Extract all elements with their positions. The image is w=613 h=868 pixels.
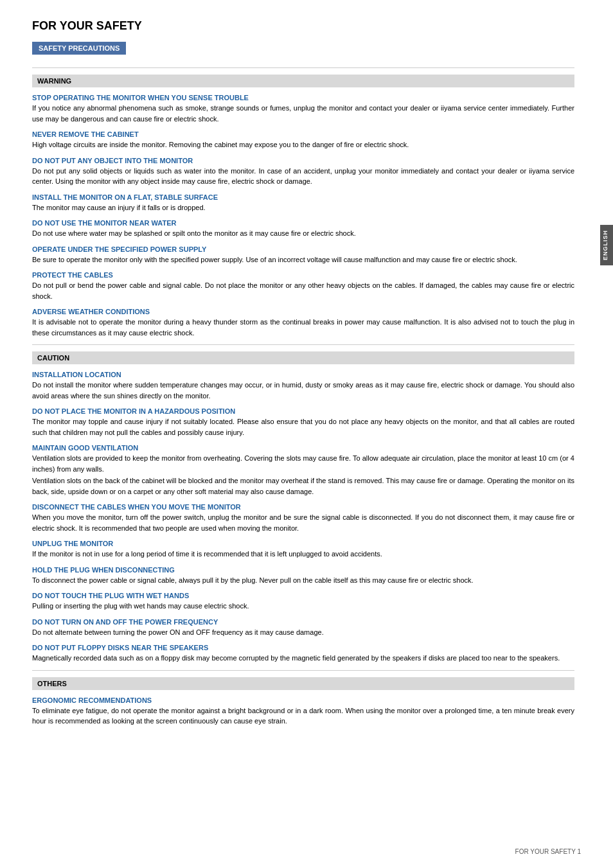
subsection-title-installation-location: INSTALLATION LOCATION (32, 371, 574, 378)
warning-subsections: STOP OPERATING THE MONITOR WHEN YOU SENS… (32, 94, 574, 338)
safety-precautions-badge: SAFETY PRECAUTIONS (32, 42, 126, 55)
subsection-title-adverse-weather: ADVERSE WEATHER CONDITIONS (32, 308, 574, 315)
subsection-body-no-object: Do not put any solid objects or liquids … (32, 166, 574, 187)
subsection-body-adverse-weather: It is advisable not to operate the monit… (32, 317, 574, 338)
subsection-unplug-monitor: UNPLUG THE MONITOR If the monitor is not… (32, 540, 574, 560)
subsection-stop-operating: STOP OPERATING THE MONITOR WHEN YOU SENS… (32, 94, 574, 124)
subsection-title-ergonomic: ERGONOMIC RECOMMENDATIONS (32, 696, 574, 704)
subsection-title-stop-operating: STOP OPERATING THE MONITOR WHEN YOU SENS… (32, 94, 574, 102)
subsection-power-supply: OPERATE UNDER THE SPECIFIED POWER SUPPLY… (32, 245, 574, 265)
subsection-title-unplug-monitor: UNPLUG THE MONITOR (32, 540, 574, 547)
subsection-ventilation: MAINTAIN GOOD VENTILATION Ventilation sl… (32, 444, 574, 497)
subsection-body-flat-surface: The monitor may cause an injury if it fa… (32, 202, 574, 213)
subsection-disconnect-cables: DISCONNECT THE CABLES WHEN YOU MOVE THE … (32, 503, 574, 533)
caution-subsections: INSTALLATION LOCATION Do not install the… (32, 371, 574, 664)
subsection-body-floppy-disks: Magnetically recorded data such as on a … (32, 653, 574, 664)
subsection-installation-location: INSTALLATION LOCATION Do not install the… (32, 371, 574, 401)
subsection-title-ventilation: MAINTAIN GOOD VENTILATION (32, 444, 574, 452)
subsection-floppy-disks: DO NOT PUT FLOPPY DISKS NEAR THE SPEAKER… (32, 644, 574, 664)
subsection-no-object: DO NOT PUT ANY OBJECT INTO THE MONITOR D… (32, 157, 574, 187)
subsection-title-near-water: DO NOT USE THE MONITOR NEAR WATER (32, 219, 574, 227)
subsection-title-flat-surface: INSTALL THE MONITOR ON A FLAT, STABLE SU… (32, 193, 574, 201)
subsection-body-near-water: Do not use where water may be splashed o… (32, 228, 574, 239)
subsection-title-hold-plug: HOLD THE PLUG WHEN DISCONNECTING (32, 566, 574, 574)
subsection-never-remove: NEVER REMOVE THE CABINET High voltage ci… (32, 130, 574, 150)
subsection-title-power-frequency: DO NOT TURN ON AND OFF THE POWER FREQUEN… (32, 618, 574, 626)
subsection-body-stop-operating: If you notice any abnormal phenomena suc… (32, 103, 574, 124)
others-section-header: OTHERS (32, 677, 574, 690)
subsection-title-floppy-disks: DO NOT PUT FLOPPY DISKS NEAR THE SPEAKER… (32, 644, 574, 651)
others-subsections: ERGONOMIC RECOMMENDATIONS To eliminate e… (32, 696, 574, 727)
subsection-title-power-supply: OPERATE UNDER THE SPECIFIED POWER SUPPLY (32, 245, 574, 253)
subsection-body-hold-plug: To disconnect the power cable or signal … (32, 575, 574, 586)
subsection-body-never-remove: High voltage circuits are inside the mon… (32, 139, 574, 150)
page-title: FOR YOUR SAFETY (32, 19, 574, 33)
page-footer: FOR YOUR SAFETY 1 (515, 848, 581, 855)
subsection-near-water: DO NOT USE THE MONITOR NEAR WATER Do not… (32, 219, 574, 239)
subsection-hazardous-position: DO NOT PLACE THE MONITOR IN A HAZARDOUS … (32, 407, 574, 438)
subsection-flat-surface: INSTALL THE MONITOR ON A FLAT, STABLE SU… (32, 193, 574, 213)
subsection-adverse-weather: ADVERSE WEATHER CONDITIONS It is advisab… (32, 308, 574, 338)
subsection-protect-cables: PROTECT THE CABLES Do not pull or bend t… (32, 271, 574, 301)
subsection-wet-hands: DO NOT TOUCH THE PLUG WITH WET HANDS Pul… (32, 592, 574, 612)
subsection-hold-plug: HOLD THE PLUG WHEN DISCONNECTING To disc… (32, 566, 574, 586)
subsection-body-protect-cables: Do not pull or bend the power cable and … (32, 280, 574, 301)
warning-section-header: WARNING (32, 75, 574, 87)
divider-2 (32, 344, 574, 345)
subsection-title-protect-cables: PROTECT THE CABLES (32, 271, 574, 279)
subsection-title-never-remove: NEVER REMOVE THE CABINET (32, 130, 574, 138)
subsection-title-no-object: DO NOT PUT ANY OBJECT INTO THE MONITOR (32, 157, 574, 164)
subsection-ergonomic: ERGONOMIC RECOMMENDATIONS To eliminate e… (32, 696, 574, 727)
subsection-body-ventilation-2: Ventilation slots on the back of the cab… (32, 475, 574, 497)
caution-section-header: CAUTION (32, 351, 574, 364)
subsection-body-ventilation-1: Ventilation slots are provided to keep t… (32, 453, 574, 474)
subsection-body-power-supply: Be sure to operate the monitor only with… (32, 254, 574, 265)
divider-1 (32, 67, 574, 68)
subsection-body-hazardous-position: The monitor may topple and cause injury … (32, 416, 574, 438)
subsection-body-installation-location: Do not install the monitor where sudden … (32, 380, 574, 401)
subsection-title-disconnect-cables: DISCONNECT THE CABLES WHEN YOU MOVE THE … (32, 503, 574, 511)
subsection-body-disconnect-cables: When you move the monitor, turn off the … (32, 512, 574, 533)
subsection-title-hazardous-position: DO NOT PLACE THE MONITOR IN A HAZARDOUS … (32, 407, 574, 415)
subsection-title-wet-hands: DO NOT TOUCH THE PLUG WITH WET HANDS (32, 592, 574, 599)
subsection-body-ergonomic: To eliminate eye fatigue, do not operate… (32, 705, 574, 727)
subsection-body-unplug-monitor: If the monitor is not in use for a long … (32, 549, 574, 560)
divider-3 (32, 670, 574, 671)
subsection-body-wet-hands: Pulling or inserting the plug with wet h… (32, 601, 574, 612)
english-sidebar-label: ENGLISH (600, 225, 613, 265)
subsection-power-frequency: DO NOT TURN ON AND OFF THE POWER FREQUEN… (32, 618, 574, 638)
subsection-body-power-frequency: Do not alternate between turning the pow… (32, 627, 574, 638)
